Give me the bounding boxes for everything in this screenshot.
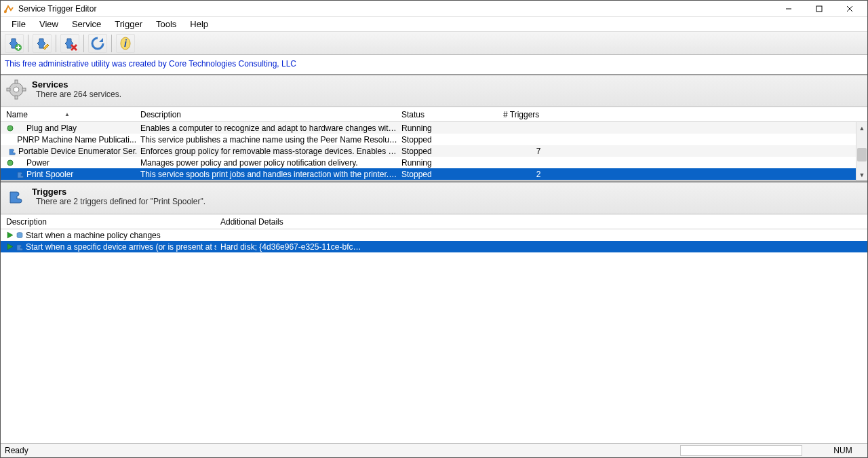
services-scrollbar[interactable]: ▲ ▼ <box>856 122 867 180</box>
trigger-description: Start when a specific device arrives (or… <box>26 242 216 252</box>
svg-point-0 <box>4 10 7 13</box>
trigger-icon <box>16 159 24 167</box>
service-status: Running <box>397 158 499 168</box>
numlock-indicator: NUM <box>823 446 863 455</box>
maximize-button[interactable] <box>804 1 834 16</box>
trigger-description: Start when a machine policy changes <box>26 231 161 240</box>
column-name[interactable]: Name▲ <box>1 110 136 119</box>
window-controls <box>773 1 865 17</box>
statusbar: Ready NUM <box>1 443 867 457</box>
service-row[interactable]: Plug and PlayEnables a computer to recog… <box>1 122 867 134</box>
svg-rect-17 <box>22 88 26 91</box>
minimize-button[interactable] <box>773 1 804 16</box>
trigger-row[interactable]: Start when a machine policy changes <box>1 229 867 241</box>
menu-tools[interactable]: Tools <box>149 18 183 31</box>
about-button[interactable]: i <box>116 34 135 53</box>
triggers-subtitle: There are 2 triggers defined for "Print … <box>36 197 205 206</box>
service-description: This service spools print jobs and handl… <box>136 170 397 179</box>
service-status: Stopped <box>397 170 499 179</box>
service-status: Stopped <box>397 147 499 156</box>
service-row[interactable]: Portable Device Enumerator Ser...Enforce… <box>1 145 867 157</box>
service-name: PNRP Machine Name Publicati... <box>17 135 136 145</box>
trigger-type-icon <box>16 243 24 251</box>
svg-rect-15 <box>15 96 18 99</box>
services-subtitle: There are 264 services. <box>36 90 121 99</box>
menu-trigger[interactable]: Trigger <box>108 18 149 31</box>
scroll-up-icon[interactable]: ▲ <box>856 122 868 134</box>
column-description[interactable]: Description <box>136 110 397 119</box>
svg-rect-2 <box>816 6 822 12</box>
toolbar-separator <box>111 35 112 52</box>
titlebar: Service Trigger Editor <box>1 1 867 17</box>
service-name: Power <box>26 158 50 168</box>
toolbar-separator <box>28 35 28 52</box>
window-title: Service Trigger Editor <box>18 4 773 14</box>
scroll-down-icon[interactable]: ▼ <box>856 169 868 180</box>
status-well <box>680 445 802 456</box>
menu-view[interactable]: View <box>33 18 65 31</box>
service-name: Print Spooler <box>26 170 73 179</box>
services-pane-header: Services There are 264 services. <box>1 75 867 107</box>
play-icon <box>6 231 14 239</box>
toolbar-separator <box>56 35 56 52</box>
svg-point-19 <box>7 160 13 166</box>
service-trigger-count: 2 <box>499 170 574 179</box>
services-list: Plug and PlayEnables a computer to recog… <box>1 122 867 180</box>
sort-ascending-icon: ▲ <box>64 111 70 117</box>
trigger-icon <box>16 124 24 132</box>
running-icon <box>6 159 14 167</box>
services-column-header: Name▲ Description Status # Triggers <box>1 107 867 122</box>
trigger-row[interactable]: Start when a specific device arrives (or… <box>1 241 867 252</box>
scroll-thumb[interactable] <box>857 148 867 161</box>
close-button[interactable] <box>834 1 865 16</box>
menu-help[interactable]: Help <box>183 18 215 31</box>
service-name: Plug and Play <box>26 123 77 133</box>
app-window: Service Trigger Editor File View Service… <box>0 0 868 458</box>
column-additional-details[interactable]: Additional Details <box>216 217 366 227</box>
svg-rect-14 <box>15 80 18 83</box>
column-triggers[interactable]: # Triggers <box>499 110 574 119</box>
trigger-details: Hard disk; {4d36e967-e325-11ce-bfc1-0800… <box>216 242 366 252</box>
service-trigger-count: 7 <box>499 147 574 156</box>
gear-icon <box>6 79 26 100</box>
service-description: Enforces group policy for removable mass… <box>136 147 397 156</box>
service-row[interactable]: PowerManages power policy and power poli… <box>1 157 867 168</box>
running-icon <box>6 136 9 144</box>
trigger-type-icon <box>16 231 24 240</box>
svg-marker-20 <box>7 232 13 238</box>
app-icon <box>3 3 14 14</box>
menu-file[interactable]: File <box>5 18 33 31</box>
service-name: Portable Device Enumerator Ser... <box>18 147 136 156</box>
credit-link[interactable]: This free administrative utility was cre… <box>1 55 867 75</box>
play-icon <box>6 243 14 250</box>
running-icon <box>6 124 14 132</box>
delete-trigger-button[interactable] <box>60 34 79 53</box>
service-description: This service publishes a machine name us… <box>136 135 397 145</box>
trigger-icon <box>8 147 16 155</box>
service-status: Running <box>397 123 499 133</box>
column-status[interactable]: Status <box>397 110 499 119</box>
triggers-list: Start when a machine policy changesStart… <box>1 229 867 443</box>
puzzle-icon <box>6 187 26 207</box>
add-trigger-button[interactable] <box>5 34 24 53</box>
service-status: Stopped <box>397 135 499 145</box>
svg-point-13 <box>14 87 19 92</box>
service-row[interactable]: PNRP Machine Name Publicati...This servi… <box>1 134 867 145</box>
refresh-button[interactable] <box>88 34 107 53</box>
svg-marker-22 <box>7 244 13 250</box>
menu-service[interactable]: Service <box>65 18 108 31</box>
menubar: File View Service Trigger Tools Help <box>1 17 867 32</box>
running-icon <box>6 170 14 178</box>
status-text: Ready <box>5 446 28 455</box>
service-description: Manages power policy and power policy no… <box>136 158 397 168</box>
trigger-icon <box>12 136 15 144</box>
toolbar-separator <box>83 35 84 52</box>
column-description[interactable]: Description <box>1 217 216 227</box>
triggers-title: Triggers <box>32 187 205 197</box>
service-row[interactable]: Print SpoolerThis service spools print j… <box>1 168 867 180</box>
toolbar: i <box>1 32 867 55</box>
svg-rect-16 <box>7 88 10 91</box>
edit-trigger-button[interactable] <box>33 34 52 53</box>
services-title: Services <box>32 79 121 90</box>
triggers-pane-header: Triggers There are 2 triggers defined fo… <box>1 183 867 214</box>
